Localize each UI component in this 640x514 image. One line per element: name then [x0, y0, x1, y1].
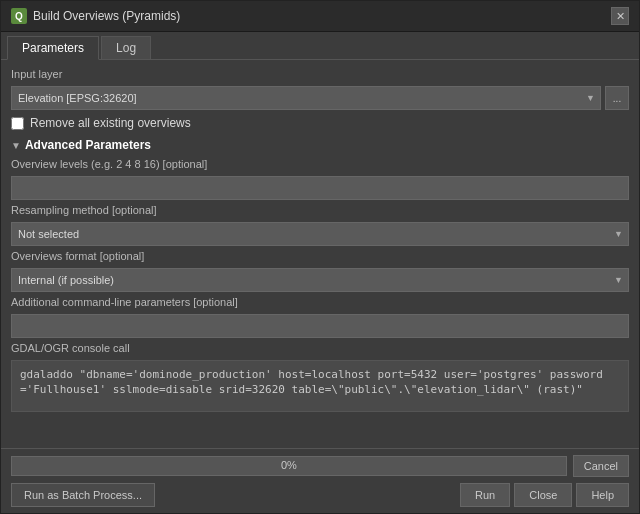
batch-process-button[interactable]: Run as Batch Process...	[11, 483, 155, 507]
console-output: gdaladdo "dbname='dominode_production' h…	[11, 360, 629, 412]
console-label: GDAL/OGR console call	[11, 342, 629, 354]
bottom-buttons: Run as Batch Process... Run Close Help	[11, 483, 629, 507]
browse-button[interactable]: ...	[605, 86, 629, 110]
right-buttons: Run Close Help	[460, 483, 629, 507]
app-icon: Q	[11, 8, 27, 24]
cmdline-input[interactable]	[11, 314, 629, 338]
resampling-label: Resampling method [optional]	[11, 204, 629, 216]
tab-parameters[interactable]: Parameters	[7, 36, 99, 60]
window: Q Build Overviews (Pyramids) ✕ Parameter…	[0, 0, 640, 514]
remove-overviews-label: Remove all existing overviews	[30, 116, 191, 130]
advanced-header[interactable]: ▼ Advanced Parameters	[11, 136, 629, 154]
progress-label: 0%	[12, 459, 566, 471]
advanced-title: Advanced Parameters	[25, 138, 151, 152]
overview-levels-input[interactable]	[11, 176, 629, 200]
tabs-bar: Parameters Log	[1, 32, 639, 60]
remove-overviews-row: Remove all existing overviews	[11, 114, 629, 132]
close-dialog-button[interactable]: Close	[514, 483, 572, 507]
overview-levels-label: Overview levels (e.g. 2 4 8 16) [optiona…	[11, 158, 629, 170]
input-layer-label: Input layer	[11, 68, 629, 80]
collapse-icon: ▼	[11, 140, 21, 151]
input-layer-row: ▼ ...	[11, 86, 629, 110]
help-button[interactable]: Help	[576, 483, 629, 507]
run-button[interactable]: Run	[460, 483, 510, 507]
resampling-select-wrap: Not selected	[11, 222, 629, 246]
bottom-area: 0% Cancel Run as Batch Process... Run Cl…	[1, 448, 639, 513]
progress-bar: 0%	[11, 456, 567, 476]
format-label: Overviews format [optional]	[11, 250, 629, 262]
progress-row: 0% Cancel	[11, 455, 629, 477]
cancel-button[interactable]: Cancel	[573, 455, 629, 477]
format-select-wrap: Internal (if possible)	[11, 268, 629, 292]
content-area: Input layer ▼ ... Remove all existing ov…	[1, 60, 639, 448]
title-bar-left: Q Build Overviews (Pyramids)	[11, 8, 180, 24]
resampling-select[interactable]: Not selected	[11, 222, 629, 246]
title-bar: Q Build Overviews (Pyramids) ✕	[1, 1, 639, 32]
tab-log[interactable]: Log	[101, 36, 151, 59]
remove-overviews-checkbox[interactable]	[11, 117, 24, 130]
close-button[interactable]: ✕	[611, 7, 629, 25]
window-title: Build Overviews (Pyramids)	[33, 9, 180, 23]
format-select[interactable]: Internal (if possible)	[11, 268, 629, 292]
input-layer-field[interactable]	[11, 86, 601, 110]
cmdline-label: Additional command-line parameters [opti…	[11, 296, 629, 308]
